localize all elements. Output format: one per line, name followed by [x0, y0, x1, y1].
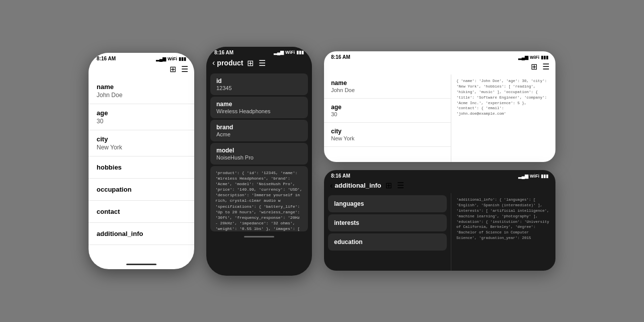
list-item[interactable]: additional_info [89, 223, 194, 245]
menu-icon[interactable]: ☰ [259, 58, 266, 68]
panel-top-toolbar-icons: ⊞ ☰ [531, 62, 549, 71]
field-value-age: 30 [97, 118, 186, 125]
phone1-status-icons: ▂▄▆ WiFi ▮▮▮ [156, 56, 186, 61]
phone1-time: 8:16 AM [97, 56, 116, 61]
list-item-brand[interactable]: brand Acme [210, 120, 308, 141]
phone2-list: id 12345 name Wireless Headphones brand … [206, 72, 312, 233]
panel-top-status-icons: ▂▄▆ WiFi ▮▮▮ [518, 55, 548, 60]
ds-label-interests: interests [334, 219, 441, 226]
menu-icon[interactable]: ☰ [181, 64, 188, 74]
signal-icon: ▂▄▆ [518, 55, 528, 60]
panel-bottom-title: additional_info [335, 182, 381, 189]
menu-icon[interactable]: ☰ [397, 181, 404, 190]
field-label-age: age [97, 109, 186, 117]
sl-value-age: 30 [331, 111, 444, 117]
battery-icon: ▮▮▮ [296, 50, 304, 55]
grid-icon[interactable]: ⊞ [531, 62, 537, 71]
panel-top-time: 8:16 AM [331, 54, 350, 60]
list-item[interactable]: city New York [89, 130, 194, 156]
back-button[interactable]: ‹ product [212, 58, 243, 67]
field-label-contact: contact [97, 208, 186, 215]
field-label-occupation: occupation [97, 186, 186, 193]
phone2-status-icons: ▂▄▆ WiFi ▮▮▮ [274, 50, 304, 55]
split-list-item-age[interactable]: age 30 [324, 99, 451, 123]
battery-icon: ▮▮▮ [179, 56, 186, 61]
wifi-icon: WiFi [530, 174, 539, 179]
panel-top-status-bar: 8:16 AM ▂▄▆ WiFi ▮▮▮ [324, 51, 555, 61]
split-list-item-city[interactable]: city New York [324, 123, 451, 147]
list-item[interactable]: name John Doe [89, 78, 194, 104]
panel-bottom-toolbar: ‹ additional_info ⊞ ☰ [324, 180, 555, 193]
phone1-list: name John Doe age 30 city New York hobbi… [89, 78, 194, 261]
wifi-icon: WiFi [530, 55, 539, 60]
list-item-id[interactable]: id 12345 [210, 73, 308, 95]
panel-bottom-status-icons: ▂▄▆ WiFi ▮▮▮ [518, 174, 548, 179]
field-label-name: name [97, 83, 186, 91]
field-label-additional-info: additional_info [97, 230, 186, 237]
field-value-city: New York [97, 144, 186, 151]
grid-icon[interactable]: ⊞ [247, 58, 254, 68]
field-value-model: NoiseHush Pro [216, 154, 302, 160]
panel-top-right: { 'name': 'John Doe', 'age': 30, 'city':… [451, 74, 555, 162]
field-value-name: John Doe [97, 92, 186, 99]
grid-icon[interactable]: ⊞ [170, 64, 176, 74]
panel-bottom-status-bar: 8:16 AM ▂▄▆ WiFi ▮▮▮ [324, 170, 555, 180]
phone1-status-bar: 8:16 AM ▂▄▆ WiFi ▮▮▮ [89, 53, 194, 62]
panel-bottom-split: languages interests education 'additiona… [324, 193, 555, 271]
phone1-toolbar-icons: ⊞ ☰ [170, 64, 188, 74]
back-icon: ‹ [212, 58, 215, 67]
battery-icon: ▮▮▮ [541, 174, 548, 179]
code-block: 'product': { 'id': '12345, 'name': 'Wire… [210, 166, 308, 231]
field-label-name: name [216, 101, 302, 108]
grid-icon[interactable]: ⊞ [385, 181, 392, 190]
json-panel-top: { 'name': 'John Doe', 'age': 30, 'city':… [451, 74, 555, 162]
ds-label-languages: languages [334, 200, 441, 207]
ds-label-education: education [334, 238, 441, 246]
field-value-brand: Acme [216, 131, 302, 137]
back-icon: ‹ [330, 181, 333, 190]
list-item[interactable]: hobbies [89, 156, 194, 179]
phone2-status-bar: 8:16 AM ▂▄▆ WiFi ▮▮▮ [206, 47, 312, 56]
signal-icon: ▂▄▆ [274, 50, 284, 55]
sl-value-city: New York [331, 135, 444, 141]
toolbar-title: product [217, 59, 243, 67]
panel-top-left: name John Doe age 30 city New York [324, 74, 451, 162]
split-list-item-name[interactable]: name John Doe [324, 74, 451, 99]
wifi-icon: WiFi [285, 50, 295, 55]
dark-split-item-languages[interactable]: languages [328, 195, 447, 212]
list-item-model[interactable]: model NoiseHush Pro [210, 143, 308, 165]
back-button[interactable]: ‹ additional_info [330, 181, 381, 190]
sl-value-name: John Doe [331, 87, 444, 93]
phone2-toolbar-icons: ⊞ ☰ [247, 58, 266, 68]
home-indicator [206, 233, 312, 242]
field-value-name: Wireless Headphones [216, 108, 302, 114]
panel-top-toolbar: ⊞ ☰ [324, 61, 555, 74]
menu-icon[interactable]: ☰ [542, 62, 549, 71]
list-item[interactable]: contact [89, 201, 194, 223]
wifi-icon: WiFi [168, 56, 177, 61]
field-label-id: id [216, 77, 302, 85]
home-indicator-bar [244, 236, 274, 237]
field-label-model: model [216, 147, 302, 154]
signal-icon: ▂▄▆ [518, 174, 528, 179]
sl-label-city: city [331, 128, 444, 135]
field-label-hobbies: hobbies [97, 164, 186, 171]
phone1-toolbar: ⊞ ☰ [89, 62, 194, 78]
panel-bottom-left: languages interests education [324, 193, 451, 271]
panel-bottom-time: 8:16 AM [331, 173, 350, 179]
panel-top-split: name John Doe age 30 city New York { 'na… [324, 74, 555, 162]
sl-label-name: name [331, 79, 444, 87]
list-item[interactable]: age 30 [89, 104, 194, 130]
json-panel-bottom: 'additional_info': { 'languages': [ 'Eng… [451, 193, 555, 271]
list-item-name[interactable]: name Wireless Headphones [210, 97, 308, 118]
dark-split-item-education[interactable]: education [328, 233, 447, 251]
panel-bottom-toolbar-icons: ⊞ ☰ [385, 181, 404, 190]
battery-icon: ▮▮▮ [541, 55, 548, 60]
list-item[interactable]: occupation [89, 179, 194, 201]
dark-split-item-interests[interactable]: interests [328, 214, 447, 231]
field-label-brand: brand [216, 124, 302, 131]
panel-bottom: 8:16 AM ▂▄▆ WiFi ▮▮▮ ‹ additional_info ⊞… [324, 170, 555, 271]
field-value-id: 12345 [216, 85, 302, 91]
home-indicator-bar [126, 264, 156, 265]
phone-1: 8:16 AM ▂▄▆ WiFi ▮▮▮ ⊞ ☰ name John Doe a… [89, 53, 194, 269]
